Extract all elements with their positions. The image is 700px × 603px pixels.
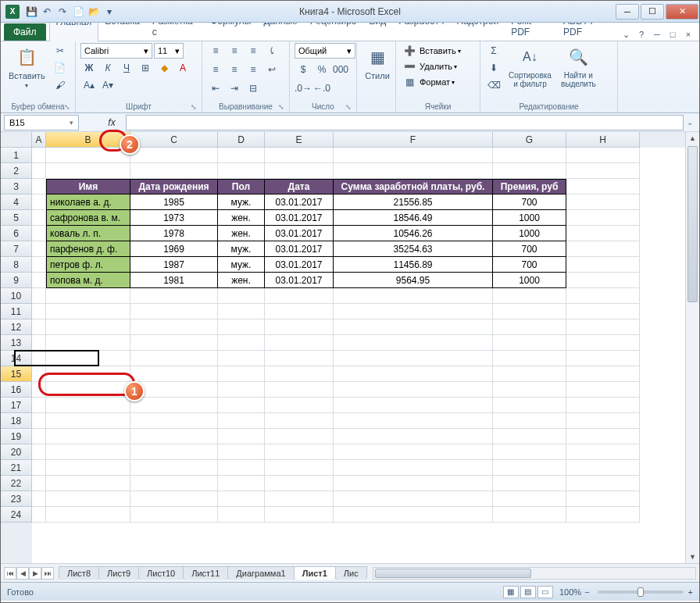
cell-A21[interactable] [32,460,46,476]
cell-H18[interactable] [566,413,640,429]
cell-C15[interactable] [130,366,218,382]
align-center-button[interactable]: ≡ [226,62,243,77]
cell-A8[interactable] [32,257,46,273]
cell-C23[interactable] [130,491,218,507]
qat-redo[interactable]: ↷ [55,5,70,19]
row-headers[interactable]: 123456789101112131415161718192021222324 [1,148,32,563]
cell-F17[interactable] [334,398,493,413]
zoom-in-button[interactable]: + [688,587,693,597]
orientation-button[interactable]: ⤹ [263,43,280,59]
file-tab[interactable]: Файл [4,23,46,41]
zoom-out-button[interactable]: − [584,587,589,597]
cell-H13[interactable] [566,335,640,351]
cell-D12[interactable] [218,319,265,335]
cell-B19[interactable] [46,429,130,444]
cell-E12[interactable] [265,319,334,335]
cell-F13[interactable] [334,335,493,351]
cell-F19[interactable] [334,429,493,444]
row-header-22[interactable]: 22 [1,476,32,491]
cell-C21[interactable] [130,460,218,476]
cell-B3[interactable]: Имя [46,179,130,194]
cell-A5[interactable] [32,210,46,226]
cell-G18[interactable] [493,413,566,429]
currency-button[interactable]: $ [295,62,312,77]
cell-A22[interactable] [32,476,46,491]
cell-D2[interactable] [218,163,265,179]
hscroll-thumb[interactable] [375,569,531,578]
row-header-4[interactable]: 4 [1,194,32,210]
cell-A16[interactable] [32,382,46,398]
cell-C10[interactable] [130,288,218,304]
cell-C19[interactable] [130,429,218,444]
cell-H11[interactable] [566,304,640,319]
cell-C18[interactable] [130,413,218,429]
cell-A11[interactable] [32,304,46,319]
cell-D20[interactable] [218,444,265,460]
row-header-9[interactable]: 9 [1,273,32,288]
cell-A18[interactable] [32,413,46,429]
cell-F5[interactable]: 18546.49 [334,210,493,226]
cell-F6[interactable]: 10546.26 [334,226,493,241]
cell-E22[interactable] [265,476,334,491]
cell-A24[interactable] [32,507,46,523]
cell-F10[interactable] [334,288,493,304]
sort-filter-button[interactable]: A↓ Сортировка и фильтр [505,43,555,90]
cell-D23[interactable] [218,491,265,507]
decrease-indent-button[interactable]: ⇤ [207,80,224,96]
cell-C22[interactable] [130,476,218,491]
cell-H9[interactable] [566,273,640,288]
cell-B10[interactable] [46,288,130,304]
format-painter-button[interactable]: 🖌 [52,77,69,93]
cell-G6[interactable]: 1000 [493,226,566,241]
doc-restore-icon[interactable]: □ [666,28,679,41]
cell-D17[interactable] [218,398,265,413]
cell-F16[interactable] [334,382,493,398]
font-size-select[interactable]: 11▾ [154,43,184,59]
cell-B16[interactable] [46,382,130,398]
cell-H5[interactable] [566,210,640,226]
cell-E20[interactable] [265,444,334,460]
cell-H15[interactable] [566,366,640,382]
styles-button[interactable]: ▦ Стили [362,43,393,82]
cell-B4[interactable]: николаев а. д. [46,194,130,210]
cell-G10[interactable] [493,288,566,304]
align-middle-button[interactable]: ≡ [226,43,243,59]
row-header-5[interactable]: 5 [1,210,32,226]
close-button[interactable]: ✕ [666,4,698,20]
cell-D11[interactable] [218,304,265,319]
cell-H2[interactable] [566,163,640,179]
cell-G11[interactable] [493,304,566,319]
col-header-G[interactable]: G [493,132,566,148]
cell-C7[interactable]: 1969 [130,241,218,257]
cell-B18[interactable] [46,413,130,429]
cell-G5[interactable]: 1000 [493,210,566,226]
row-header-12[interactable]: 12 [1,319,32,335]
sheet-tab-3[interactable]: Лист11 [183,566,228,580]
scroll-down-icon[interactable]: ▼ [686,551,699,563]
cell-D7[interactable]: муж. [218,241,265,257]
cell-E18[interactable] [265,413,334,429]
cell-A1[interactable] [32,148,46,163]
cell-A2[interactable] [32,163,46,179]
qat-open[interactable]: 📂 [87,5,101,19]
cell-F21[interactable] [334,460,493,476]
cell-H7[interactable] [566,241,640,257]
cell-G12[interactable] [493,319,566,335]
cell-E21[interactable] [265,460,334,476]
cell-F9[interactable]: 9564.95 [334,273,493,288]
expand-formula-bar-button[interactable]: ⌄ [684,118,696,127]
clear-button[interactable]: ⌫ [485,77,502,93]
row-header-23[interactable]: 23 [1,491,32,507]
cell-D9[interactable]: жен. [218,273,265,288]
view-layout-button[interactable]: ▤ [520,586,536,598]
row-header-11[interactable]: 11 [1,304,32,319]
cell-E16[interactable] [265,382,334,398]
cell-F3[interactable]: Сумма заработной платы, руб. [334,179,493,194]
fill-color-button[interactable]: ◆ [155,60,173,76]
cell-E14[interactable] [265,351,334,366]
cell-G17[interactable] [493,398,566,413]
cell-H14[interactable] [566,351,640,366]
sheet-tab-2[interactable]: Лист10 [138,566,184,580]
zoom-level[interactable]: 100% [559,587,581,597]
cell-A19[interactable] [32,429,46,444]
